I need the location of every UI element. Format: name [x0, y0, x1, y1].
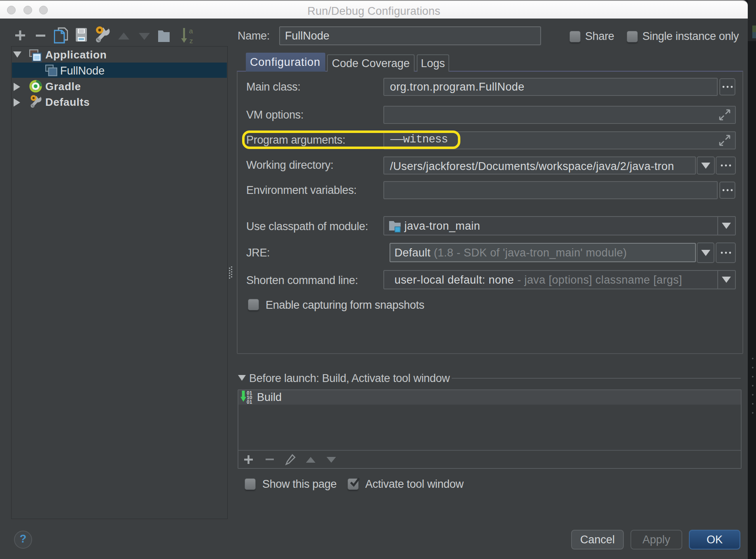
svg-text:01: 01 — [247, 399, 252, 404]
svg-text:z: z — [189, 37, 193, 44]
svg-text:a: a — [189, 27, 193, 35]
